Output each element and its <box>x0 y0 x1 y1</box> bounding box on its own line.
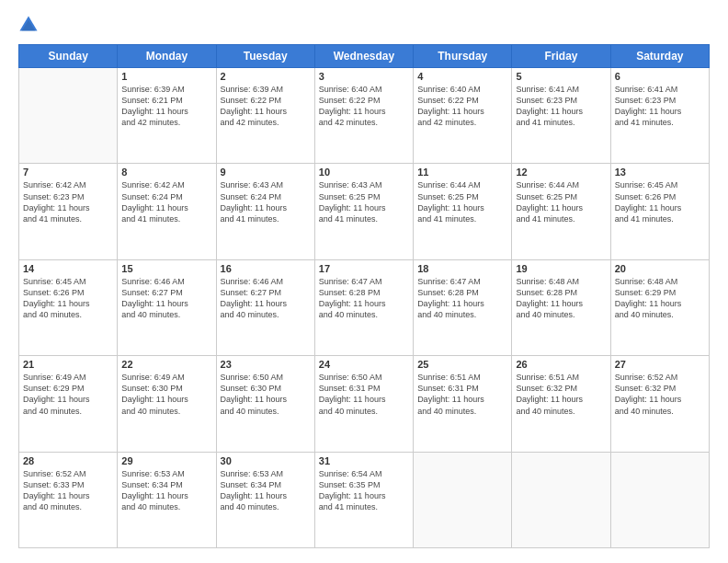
calendar-day-cell: 26Sunrise: 6:51 AM Sunset: 6:32 PM Dayli… <box>512 356 610 452</box>
calendar-day-cell: 22Sunrise: 6:49 AM Sunset: 6:30 PM Dayli… <box>118 356 216 452</box>
day-info: Sunrise: 6:43 AM Sunset: 6:25 PM Dayligh… <box>319 179 409 224</box>
day-number: 1 <box>121 71 211 82</box>
calendar-weekday-header: Thursday <box>414 45 512 68</box>
day-number: 31 <box>319 455 409 466</box>
day-number: 10 <box>319 167 409 178</box>
day-number: 25 <box>417 359 507 370</box>
day-info: Sunrise: 6:46 AM Sunset: 6:27 PM Dayligh… <box>221 276 311 321</box>
day-info: Sunrise: 6:47 AM Sunset: 6:28 PM Dayligh… <box>319 276 409 321</box>
day-info: Sunrise: 6:53 AM Sunset: 6:34 PM Dayligh… <box>121 468 211 513</box>
day-info: Sunrise: 6:51 AM Sunset: 6:32 PM Dayligh… <box>516 372 606 417</box>
calendar-day-cell <box>512 452 610 547</box>
day-info: Sunrise: 6:50 AM Sunset: 6:30 PM Dayligh… <box>221 372 311 417</box>
day-info: Sunrise: 6:50 AM Sunset: 6:31 PM Dayligh… <box>319 372 409 417</box>
calendar-weekday-header: Monday <box>118 45 216 68</box>
calendar-day-cell: 11Sunrise: 6:44 AM Sunset: 6:25 PM Dayli… <box>414 164 512 259</box>
day-info: Sunrise: 6:54 AM Sunset: 6:35 PM Dayligh… <box>319 468 409 513</box>
day-info: Sunrise: 6:44 AM Sunset: 6:25 PM Dayligh… <box>516 179 606 224</box>
calendar-weekday-header: Friday <box>512 45 610 68</box>
day-number: 27 <box>615 359 705 370</box>
calendar-week-row: 28Sunrise: 6:52 AM Sunset: 6:33 PM Dayli… <box>19 452 710 547</box>
day-info: Sunrise: 6:51 AM Sunset: 6:31 PM Dayligh… <box>417 372 507 417</box>
day-info: Sunrise: 6:46 AM Sunset: 6:27 PM Dayligh… <box>121 276 211 321</box>
calendar-day-cell: 18Sunrise: 6:47 AM Sunset: 6:28 PM Dayli… <box>414 259 512 355</box>
calendar-day-cell: 13Sunrise: 6:45 AM Sunset: 6:26 PM Dayli… <box>610 164 709 259</box>
calendar-weekday-header: Sunday <box>19 45 118 68</box>
calendar-day-cell <box>610 452 709 547</box>
calendar-day-cell: 4Sunrise: 6:40 AM Sunset: 6:22 PM Daylig… <box>414 68 512 164</box>
calendar-weekday-header: Wednesday <box>314 45 413 68</box>
calendar-week-row: 7Sunrise: 6:42 AM Sunset: 6:23 PM Daylig… <box>19 164 710 259</box>
day-number: 24 <box>319 359 409 370</box>
calendar-day-cell: 8Sunrise: 6:42 AM Sunset: 6:24 PM Daylig… <box>118 164 216 259</box>
calendar-day-cell: 16Sunrise: 6:46 AM Sunset: 6:27 PM Dayli… <box>216 259 314 355</box>
calendar-day-cell: 30Sunrise: 6:53 AM Sunset: 6:34 PM Dayli… <box>216 452 314 547</box>
day-number: 22 <box>121 359 211 370</box>
day-number: 6 <box>615 71 705 82</box>
day-number: 23 <box>221 359 311 370</box>
logo-icon <box>18 15 39 35</box>
day-number: 28 <box>23 455 113 466</box>
calendar-day-cell: 20Sunrise: 6:48 AM Sunset: 6:29 PM Dayli… <box>610 259 709 355</box>
day-info: Sunrise: 6:45 AM Sunset: 6:26 PM Dayligh… <box>615 179 705 224</box>
calendar-day-cell <box>19 68 118 164</box>
calendar-weekday-header: Saturday <box>610 45 709 68</box>
day-info: Sunrise: 6:42 AM Sunset: 6:23 PM Dayligh… <box>23 179 113 224</box>
day-info: Sunrise: 6:41 AM Sunset: 6:23 PM Dayligh… <box>516 84 606 129</box>
calendar-day-cell: 23Sunrise: 6:50 AM Sunset: 6:30 PM Dayli… <box>216 356 314 452</box>
day-number: 30 <box>221 455 311 466</box>
day-info: Sunrise: 6:53 AM Sunset: 6:34 PM Dayligh… <box>221 468 311 513</box>
calendar-day-cell: 19Sunrise: 6:48 AM Sunset: 6:28 PM Dayli… <box>512 259 610 355</box>
calendar-day-cell: 14Sunrise: 6:45 AM Sunset: 6:26 PM Dayli… <box>19 259 118 355</box>
calendar-day-cell: 2Sunrise: 6:39 AM Sunset: 6:22 PM Daylig… <box>216 68 314 164</box>
calendar-week-row: 14Sunrise: 6:45 AM Sunset: 6:26 PM Dayli… <box>19 259 710 355</box>
calendar-day-cell: 25Sunrise: 6:51 AM Sunset: 6:31 PM Dayli… <box>414 356 512 452</box>
page: SundayMondayTuesdayWednesdayThursdayFrid… <box>0 0 728 563</box>
day-info: Sunrise: 6:52 AM Sunset: 6:33 PM Dayligh… <box>23 468 113 513</box>
day-number: 19 <box>516 263 606 274</box>
day-number: 8 <box>121 167 211 178</box>
day-info: Sunrise: 6:39 AM Sunset: 6:21 PM Dayligh… <box>121 84 211 129</box>
day-number: 15 <box>121 263 211 274</box>
day-info: Sunrise: 6:43 AM Sunset: 6:24 PM Dayligh… <box>221 179 311 224</box>
calendar-header-row: SundayMondayTuesdayWednesdayThursdayFrid… <box>19 45 710 68</box>
day-number: 16 <box>221 263 311 274</box>
day-number: 13 <box>615 167 705 178</box>
day-number: 14 <box>23 263 113 274</box>
calendar-day-cell <box>414 452 512 547</box>
day-number: 7 <box>23 167 113 178</box>
day-number: 11 <box>417 167 507 178</box>
day-info: Sunrise: 6:52 AM Sunset: 6:32 PM Dayligh… <box>615 372 705 417</box>
calendar-day-cell: 28Sunrise: 6:52 AM Sunset: 6:33 PM Dayli… <box>19 452 118 547</box>
day-number: 26 <box>516 359 606 370</box>
day-number: 4 <box>417 71 507 82</box>
calendar-day-cell: 12Sunrise: 6:44 AM Sunset: 6:25 PM Dayli… <box>512 164 610 259</box>
header <box>18 15 710 35</box>
calendar-day-cell: 31Sunrise: 6:54 AM Sunset: 6:35 PM Dayli… <box>314 452 413 547</box>
day-info: Sunrise: 6:48 AM Sunset: 6:28 PM Dayligh… <box>516 276 606 321</box>
calendar-day-cell: 6Sunrise: 6:41 AM Sunset: 6:23 PM Daylig… <box>610 68 709 164</box>
day-info: Sunrise: 6:48 AM Sunset: 6:29 PM Dayligh… <box>615 276 705 321</box>
day-number: 9 <box>221 167 311 178</box>
calendar-day-cell: 27Sunrise: 6:52 AM Sunset: 6:32 PM Dayli… <box>610 356 709 452</box>
day-info: Sunrise: 6:45 AM Sunset: 6:26 PM Dayligh… <box>23 276 113 321</box>
calendar-day-cell: 15Sunrise: 6:46 AM Sunset: 6:27 PM Dayli… <box>118 259 216 355</box>
calendar-day-cell: 5Sunrise: 6:41 AM Sunset: 6:23 PM Daylig… <box>512 68 610 164</box>
calendar-day-cell: 10Sunrise: 6:43 AM Sunset: 6:25 PM Dayli… <box>314 164 413 259</box>
day-info: Sunrise: 6:49 AM Sunset: 6:29 PM Dayligh… <box>23 372 113 417</box>
day-number: 18 <box>417 263 507 274</box>
calendar-day-cell: 21Sunrise: 6:49 AM Sunset: 6:29 PM Dayli… <box>19 356 118 452</box>
calendar-table: SundayMondayTuesdayWednesdayThursdayFrid… <box>18 44 710 548</box>
day-number: 3 <box>319 71 409 82</box>
day-info: Sunrise: 6:47 AM Sunset: 6:28 PM Dayligh… <box>417 276 507 321</box>
calendar-day-cell: 17Sunrise: 6:47 AM Sunset: 6:28 PM Dayli… <box>314 259 413 355</box>
calendar-day-cell: 24Sunrise: 6:50 AM Sunset: 6:31 PM Dayli… <box>314 356 413 452</box>
day-info: Sunrise: 6:39 AM Sunset: 6:22 PM Dayligh… <box>221 84 311 129</box>
calendar-week-row: 1Sunrise: 6:39 AM Sunset: 6:21 PM Daylig… <box>19 68 710 164</box>
calendar-day-cell: 3Sunrise: 6:40 AM Sunset: 6:22 PM Daylig… <box>314 68 413 164</box>
day-number: 21 <box>23 359 113 370</box>
day-info: Sunrise: 6:41 AM Sunset: 6:23 PM Dayligh… <box>615 84 705 129</box>
day-number: 2 <box>221 71 311 82</box>
day-info: Sunrise: 6:44 AM Sunset: 6:25 PM Dayligh… <box>417 179 507 224</box>
day-number: 17 <box>319 263 409 274</box>
